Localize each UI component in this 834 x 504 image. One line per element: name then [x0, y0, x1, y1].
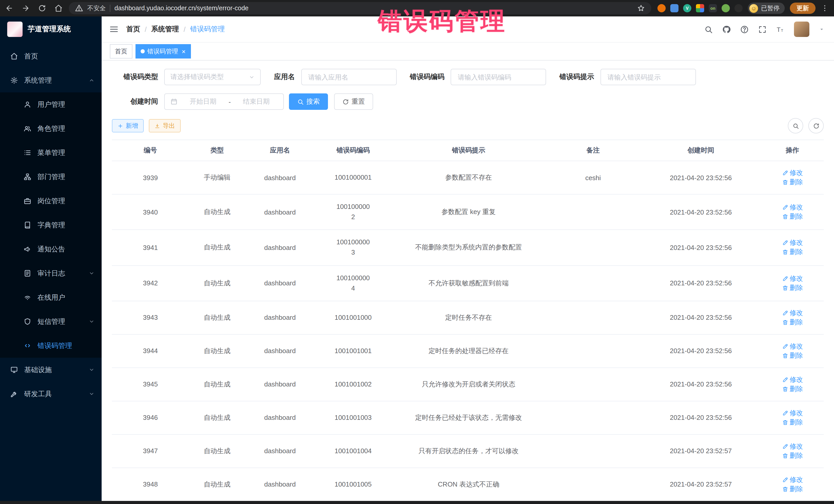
tags-view-bar: 首页错误码管理×	[102, 43, 834, 61]
sidebar-item[interactable]: 在线用户	[0, 285, 102, 309]
delete-button[interactable]: 删除	[782, 283, 803, 292]
cell-actions: 修改删除	[761, 401, 824, 435]
export-button-label: 导出	[163, 122, 175, 130]
cell-hint: 只有开启状态的任务，才可以修改	[392, 435, 546, 468]
edit-button-label: 修改	[790, 203, 803, 212]
logo-row[interactable]: 芋道管理系统	[0, 17, 102, 42]
delete-button[interactable]: 删除	[782, 318, 803, 327]
sidebar-item[interactable]: 错误码管理	[0, 334, 102, 358]
extension-icon[interactable]	[734, 4, 743, 12]
delete-button[interactable]: 删除	[782, 178, 803, 187]
delete-button[interactable]: 删除	[782, 484, 803, 494]
sidebar-item[interactable]: 部门管理	[0, 165, 102, 189]
edit-button[interactable]: 修改	[782, 475, 803, 484]
cell-hint: 定时任务的处理器已经存在	[392, 334, 546, 368]
app-name-input[interactable]	[307, 73, 390, 81]
reset-button[interactable]: 重置	[334, 93, 373, 110]
cell-code: 1001001003	[314, 401, 392, 435]
delete-button[interactable]: 删除	[782, 451, 803, 460]
cell-type: 自动生成	[189, 401, 245, 435]
sidebar-item[interactable]: 审计日志	[0, 261, 102, 285]
tab-0[interactable]: 首页	[110, 44, 132, 59]
forward-icon[interactable]	[22, 4, 30, 12]
edit-button[interactable]: 修改	[782, 203, 803, 212]
sidebar-item[interactable]: 角色管理	[0, 116, 102, 140]
reload-icon[interactable]	[38, 4, 46, 12]
extension-icon[interactable]	[696, 4, 704, 12]
error-type-select[interactable]: 请选择错误码类型	[164, 69, 261, 85]
delete-button[interactable]: 删除	[782, 212, 803, 221]
edit-button[interactable]: 修改	[782, 308, 803, 318]
error-hint-input[interactable]	[607, 73, 689, 81]
extension-icon[interactable]	[657, 4, 666, 12]
home-icon[interactable]	[54, 4, 63, 12]
breadcrumb-item[interactable]: 首页	[126, 25, 140, 34]
error-code-input[interactable]	[457, 73, 540, 81]
edit-button[interactable]: 修改	[782, 342, 803, 351]
edit-button[interactable]: 修改	[782, 238, 803, 248]
browser-menu-icon[interactable]	[821, 4, 829, 12]
sidebar-item[interactable]: 菜单管理	[0, 140, 102, 165]
delete-button[interactable]: 删除	[782, 418, 803, 427]
sidebar-item-label: 在线用户	[38, 293, 94, 302]
export-button[interactable]: 导出	[149, 119, 181, 132]
tab-label: 错误码管理	[147, 47, 178, 56]
search-icon[interactable]	[704, 25, 713, 34]
edit-button[interactable]: 修改	[782, 274, 803, 283]
sidebar-item[interactable]: 研发工具	[0, 382, 102, 406]
extension-icon[interactable]: on	[709, 4, 717, 12]
breadcrumb-item[interactable]: 系统管理	[151, 25, 179, 34]
sidebar-item[interactable]: 短信管理	[0, 309, 102, 334]
cell-code: 1001001005	[314, 468, 392, 501]
font-size-icon[interactable]: TT	[776, 25, 785, 34]
sidebar-item[interactable]: 系统管理	[0, 68, 102, 92]
extension-icon[interactable]	[722, 4, 730, 12]
paused-profile-pill[interactable]: ☺ 已暂停	[748, 3, 785, 14]
question-icon[interactable]	[740, 25, 749, 34]
github-icon[interactable]	[722, 25, 731, 34]
sidebar-item[interactable]: 首页	[0, 44, 102, 68]
tab-active-dot	[140, 49, 145, 53]
refresh-icon	[813, 123, 819, 129]
tab-1[interactable]: 错误码管理×	[135, 44, 191, 59]
edit-button[interactable]: 修改	[782, 375, 803, 385]
delete-button[interactable]: 删除	[782, 248, 803, 257]
sidebar-item[interactable]: 字典管理	[0, 213, 102, 237]
browser-update-button[interactable]: 更新	[790, 3, 815, 14]
edit-button[interactable]: 修改	[782, 168, 803, 178]
toggle-search-button[interactable]	[788, 118, 803, 133]
column-header: 错误码编码	[314, 140, 392, 161]
edit-button[interactable]: 修改	[782, 409, 803, 418]
date-range-picker[interactable]: 开始日期 - 结束日期	[164, 93, 284, 110]
home-icon	[10, 52, 18, 60]
fullscreen-icon[interactable]	[758, 25, 767, 34]
edit-button-label: 修改	[790, 475, 803, 484]
cell-id: 3948	[112, 468, 189, 501]
caret-down-icon[interactable]	[819, 26, 825, 32]
back-icon[interactable]	[5, 4, 13, 12]
sidebar-item[interactable]: 基础设施	[0, 358, 102, 382]
search-icon	[792, 123, 799, 129]
sidebar-item[interactable]: 岗位管理	[0, 189, 102, 213]
bookmark-star-icon[interactable]	[637, 4, 645, 12]
profile-emoji-icon: ☺	[749, 4, 758, 13]
edit-button-label: 修改	[790, 409, 803, 418]
user-avatar[interactable]	[794, 22, 809, 37]
sidebar-item[interactable]: 用户管理	[0, 92, 102, 116]
close-icon[interactable]: ×	[182, 48, 185, 54]
edit-button[interactable]: 修改	[782, 442, 803, 451]
sidebar-item[interactable]: 通知公告	[0, 237, 102, 261]
delete-button[interactable]: 删除	[782, 351, 803, 360]
extension-icon[interactable]	[670, 4, 679, 12]
search-button[interactable]: 搜索	[289, 93, 328, 110]
delete-button-label: 删除	[790, 351, 803, 360]
cell-id: 3943	[112, 301, 189, 334]
sidebar-item-label: 短信管理	[38, 317, 83, 326]
address-bar[interactable]: 不安全 dashboard.yudao.iocoder.cn/system/er…	[69, 2, 651, 14]
delete-button[interactable]: 删除	[782, 385, 803, 394]
delete-button-label: 删除	[790, 178, 803, 187]
refresh-table-button[interactable]	[808, 118, 824, 133]
extension-icon[interactable]: V	[683, 4, 691, 12]
sidebar-toggle-button[interactable]	[102, 17, 126, 42]
add-button[interactable]: 新增	[112, 119, 144, 132]
